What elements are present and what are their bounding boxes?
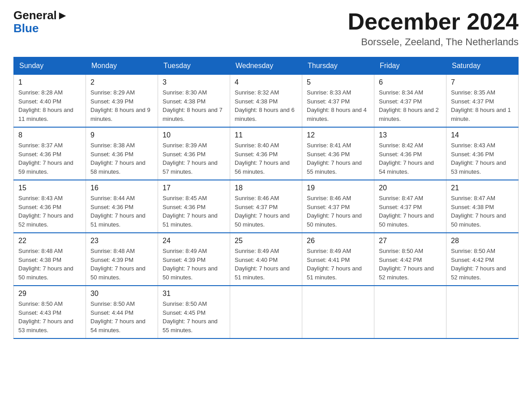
day-detail: Sunrise: 8:38 AMSunset: 4:36 PMDaylight:… [90, 141, 153, 176]
day-detail: Sunrise: 8:37 AMSunset: 4:36 PMDaylight:… [18, 141, 81, 176]
day-number: 24 [163, 237, 225, 245]
day-number: 12 [307, 131, 369, 139]
day-number: 7 [451, 78, 514, 86]
day-number: 4 [235, 78, 297, 86]
day-detail: Sunrise: 8:45 AMSunset: 4:36 PMDaylight:… [163, 194, 225, 229]
day-detail: Sunrise: 8:46 AMSunset: 4:37 PMDaylight:… [307, 194, 369, 229]
day-number: 30 [90, 290, 153, 298]
calendar-cell: 18Sunrise: 8:46 AMSunset: 4:37 PMDayligh… [230, 180, 302, 233]
day-detail: Sunrise: 8:32 AMSunset: 4:38 PMDaylight:… [235, 88, 297, 123]
day-number: 31 [163, 290, 225, 298]
day-detail: Sunrise: 8:49 AMSunset: 4:39 PMDaylight:… [163, 247, 225, 282]
location-title: Borssele, Zeeland, The Netherlands [348, 36, 519, 48]
calendar-cell: 7Sunrise: 8:35 AMSunset: 4:37 PMDaylight… [446, 75, 519, 128]
calendar-cell: 29Sunrise: 8:50 AMSunset: 4:43 PMDayligh… [14, 286, 86, 338]
day-number: 21 [451, 184, 514, 192]
day-detail: Sunrise: 8:35 AMSunset: 4:37 PMDaylight:… [451, 88, 514, 123]
logo: General► Blue [13, 9, 69, 34]
calendar-cell [302, 286, 374, 338]
calendar-cell: 20Sunrise: 8:47 AMSunset: 4:37 PMDayligh… [374, 180, 446, 233]
calendar-cell: 2Sunrise: 8:29 AMSunset: 4:39 PMDaylight… [86, 75, 158, 128]
day-number: 15 [18, 184, 81, 192]
day-number: 29 [18, 290, 81, 298]
calendar-cell: 9Sunrise: 8:38 AMSunset: 4:36 PMDaylight… [86, 127, 158, 180]
calendar-cell: 24Sunrise: 8:49 AMSunset: 4:39 PMDayligh… [158, 233, 230, 286]
day-detail: Sunrise: 8:34 AMSunset: 4:37 PMDaylight:… [379, 88, 442, 123]
logo-general-text: General► [13, 9, 69, 22]
calendar-table: SundayMondayTuesdayWednesdayThursdayFrid… [13, 57, 519, 339]
day-number: 13 [379, 131, 442, 139]
day-detail: Sunrise: 8:47 AMSunset: 4:38 PMDaylight:… [451, 194, 514, 229]
day-number: 18 [235, 184, 297, 192]
day-detail: Sunrise: 8:43 AMSunset: 4:36 PMDaylight:… [18, 194, 81, 229]
calendar-cell: 30Sunrise: 8:50 AMSunset: 4:44 PMDayligh… [86, 286, 158, 338]
day-detail: Sunrise: 8:50 AMSunset: 4:42 PMDaylight:… [379, 247, 442, 282]
calendar-cell: 28Sunrise: 8:50 AMSunset: 4:42 PMDayligh… [446, 233, 519, 286]
day-detail: Sunrise: 8:39 AMSunset: 4:36 PMDaylight:… [163, 141, 225, 176]
day-number: 1 [18, 78, 81, 86]
logo-blue-text: Blue [13, 22, 39, 35]
week-row-3: 15Sunrise: 8:43 AMSunset: 4:36 PMDayligh… [14, 180, 519, 233]
header-monday: Monday [86, 57, 158, 75]
calendar-cell: 3Sunrise: 8:30 AMSunset: 4:38 PMDaylight… [158, 75, 230, 128]
day-number: 5 [307, 78, 369, 86]
day-detail: Sunrise: 8:49 AMSunset: 4:40 PMDaylight:… [235, 247, 297, 282]
weekday-header-row: SundayMondayTuesdayWednesdayThursdayFrid… [14, 57, 519, 75]
calendar-cell: 8Sunrise: 8:37 AMSunset: 4:36 PMDaylight… [14, 127, 86, 180]
title-block: December 2024 Borssele, Zeeland, The Net… [348, 9, 519, 48]
day-detail: Sunrise: 8:28 AMSunset: 4:40 PMDaylight:… [18, 88, 81, 123]
calendar-cell: 14Sunrise: 8:43 AMSunset: 4:36 PMDayligh… [446, 127, 519, 180]
calendar-cell: 31Sunrise: 8:50 AMSunset: 4:45 PMDayligh… [158, 286, 230, 338]
day-number: 16 [90, 184, 153, 192]
calendar-cell: 26Sunrise: 8:49 AMSunset: 4:41 PMDayligh… [302, 233, 374, 286]
day-detail: Sunrise: 8:50 AMSunset: 4:42 PMDaylight:… [451, 247, 514, 282]
header-saturday: Saturday [446, 57, 519, 75]
day-detail: Sunrise: 8:44 AMSunset: 4:36 PMDaylight:… [90, 194, 153, 229]
calendar-cell: 19Sunrise: 8:46 AMSunset: 4:37 PMDayligh… [302, 180, 374, 233]
calendar-cell [374, 286, 446, 338]
day-number: 23 [90, 237, 153, 245]
day-number: 11 [235, 131, 297, 139]
day-detail: Sunrise: 8:50 AMSunset: 4:43 PMDaylight:… [18, 300, 81, 334]
day-number: 6 [379, 78, 442, 86]
day-number: 14 [451, 131, 514, 139]
header-friday: Friday [374, 57, 446, 75]
day-number: 8 [18, 131, 81, 139]
week-row-1: 1Sunrise: 8:28 AMSunset: 4:40 PMDaylight… [14, 75, 519, 128]
calendar-cell: 23Sunrise: 8:48 AMSunset: 4:39 PMDayligh… [86, 233, 158, 286]
day-detail: Sunrise: 8:46 AMSunset: 4:37 PMDaylight:… [235, 194, 297, 229]
header-wednesday: Wednesday [230, 57, 302, 75]
month-title: December 2024 [348, 9, 519, 34]
page-header: General► Blue December 2024 Borssele, Ze… [13, 9, 519, 48]
header-tuesday: Tuesday [158, 57, 230, 75]
day-detail: Sunrise: 8:43 AMSunset: 4:36 PMDaylight:… [451, 141, 514, 176]
calendar-cell: 4Sunrise: 8:32 AMSunset: 4:38 PMDaylight… [230, 75, 302, 128]
day-number: 2 [90, 78, 153, 86]
calendar-cell: 16Sunrise: 8:44 AMSunset: 4:36 PMDayligh… [86, 180, 158, 233]
calendar-cell: 15Sunrise: 8:43 AMSunset: 4:36 PMDayligh… [14, 180, 86, 233]
day-number: 22 [18, 237, 81, 245]
day-detail: Sunrise: 8:40 AMSunset: 4:36 PMDaylight:… [235, 141, 297, 176]
calendar-cell: 10Sunrise: 8:39 AMSunset: 4:36 PMDayligh… [158, 127, 230, 180]
day-detail: Sunrise: 8:30 AMSunset: 4:38 PMDaylight:… [163, 88, 225, 123]
calendar-cell: 5Sunrise: 8:33 AMSunset: 4:37 PMDaylight… [302, 75, 374, 128]
day-detail: Sunrise: 8:42 AMSunset: 4:36 PMDaylight:… [379, 141, 442, 176]
day-number: 25 [235, 237, 297, 245]
day-number: 19 [307, 184, 369, 192]
day-detail: Sunrise: 8:47 AMSunset: 4:37 PMDaylight:… [379, 194, 442, 229]
day-number: 17 [163, 184, 225, 192]
day-detail: Sunrise: 8:50 AMSunset: 4:45 PMDaylight:… [163, 300, 225, 334]
calendar-cell: 25Sunrise: 8:49 AMSunset: 4:40 PMDayligh… [230, 233, 302, 286]
day-detail: Sunrise: 8:41 AMSunset: 4:36 PMDaylight:… [307, 141, 369, 176]
day-detail: Sunrise: 8:48 AMSunset: 4:39 PMDaylight:… [90, 247, 153, 282]
day-number: 9 [90, 131, 153, 139]
day-number: 20 [379, 184, 442, 192]
day-number: 3 [163, 78, 225, 86]
header-thursday: Thursday [302, 57, 374, 75]
calendar-cell: 11Sunrise: 8:40 AMSunset: 4:36 PMDayligh… [230, 127, 302, 180]
week-row-5: 29Sunrise: 8:50 AMSunset: 4:43 PMDayligh… [14, 286, 519, 338]
day-detail: Sunrise: 8:50 AMSunset: 4:44 PMDaylight:… [90, 300, 153, 334]
calendar-cell: 21Sunrise: 8:47 AMSunset: 4:38 PMDayligh… [446, 180, 519, 233]
day-number: 27 [379, 237, 442, 245]
calendar-cell: 13Sunrise: 8:42 AMSunset: 4:36 PMDayligh… [374, 127, 446, 180]
